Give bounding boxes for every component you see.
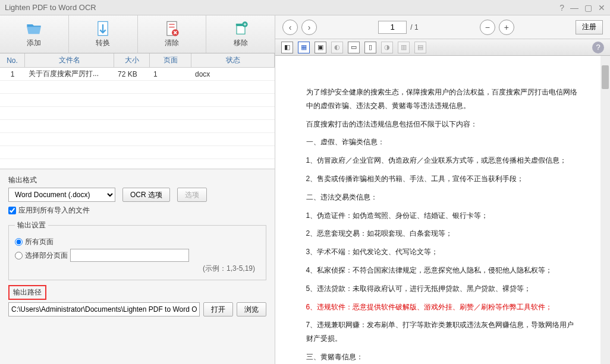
view-toolbar: ◧ ▦ ▣ ◐ ▭ ▯ ◑ ▥ ▤ ?: [275, 39, 610, 56]
doc-line: 二、违法交易类信息：: [306, 191, 580, 204]
cell-no: 1: [0, 70, 25, 78]
next-page-button[interactable]: ›: [301, 20, 317, 35]
clear-label: 清除: [165, 38, 179, 48]
view-mode-4-icon[interactable]: ◐: [331, 42, 343, 53]
help-circle-icon[interactable]: ?: [592, 42, 604, 53]
table-row: [0, 94, 275, 107]
cell-status: docx: [191, 70, 275, 78]
partial-pages-input[interactable]: [70, 249, 189, 262]
view-mode-5-icon[interactable]: ▭: [348, 42, 360, 53]
preview-area[interactable]: 为了维护安全健康的搜索生态，保障搜索用户的合法权益，百度搜索严厉打击电信网络中的…: [275, 56, 610, 364]
doc-line: 2、恶意套现交易：如花呗套现、白条套现等；: [306, 227, 580, 240]
apply-all-checkbox[interactable]: [8, 207, 16, 214]
output-path-input[interactable]: [8, 302, 200, 316]
clear-button[interactable]: 清除: [138, 15, 207, 53]
document-page: 为了维护安全健康的搜索生态，保障搜索用户的合法权益，百度搜索严厉打击电信网络中的…: [294, 68, 592, 364]
window-title: Lighten PDF to Word OCR: [5, 3, 559, 12]
cell-name: 关于百度搜索严厉打...: [25, 69, 114, 79]
view-mode-1-icon[interactable]: ◧: [281, 42, 293, 53]
output-path-label: 输出路径: [8, 285, 46, 300]
minimize-icon[interactable]: —: [570, 3, 578, 12]
format-select[interactable]: Word Document (.docx): [8, 188, 115, 202]
add-label: 添加: [27, 38, 41, 48]
browse-button[interactable]: 浏览: [237, 302, 266, 316]
zoom-out-button[interactable]: −: [480, 20, 495, 35]
table-header: No. 文件名 大小 页面 状态: [0, 53, 275, 68]
doc-line: 1、仿冒政府／企业官网、伪造政府／企业联系方式等，或恶意传播相关虚假信息；: [306, 154, 580, 167]
help-icon[interactable]: ?: [559, 3, 564, 12]
view-mode-6-icon[interactable]: ▯: [364, 42, 376, 53]
partial-pages-label: 选择部分页面: [25, 251, 68, 261]
close-icon[interactable]: ✕: [598, 3, 605, 12]
th-no[interactable]: No.: [0, 53, 25, 67]
output-settings-group: 输出设置 所有页面 选择部分页面 (示例：1,3-5,19): [8, 220, 266, 280]
convert-button[interactable]: 转换: [69, 15, 138, 53]
titlebar: Lighten PDF to Word OCR ? — ▢ ✕: [0, 0, 610, 15]
table-row: [0, 107, 275, 120]
file-convert-icon: [95, 20, 111, 37]
doc-line: 一、虚假、诈骗类信息：: [306, 135, 580, 149]
trash-icon: [232, 20, 249, 37]
view-mode-9-icon[interactable]: ▤: [414, 42, 426, 53]
ocr-options-button[interactable]: OCR 选项: [122, 188, 170, 202]
right-panel: ‹ › / 1 − + 注册 ◧ ▦ ▣ ◐ ▭ ▯ ◑ ▥ ▤ ?: [275, 15, 610, 364]
all-pages-label: 所有页面: [25, 237, 54, 247]
settings-area: 输出格式 Word Document (.docx) OCR 选项 选项 应用到…: [0, 169, 275, 364]
th-page[interactable]: 页面: [150, 53, 191, 67]
view-mode-8-icon[interactable]: ▥: [398, 42, 410, 53]
cell-size: 72 KB: [114, 70, 150, 78]
vertical-scrollbar[interactable]: [600, 56, 610, 364]
maximize-icon[interactable]: ▢: [584, 3, 592, 12]
convert-label: 转换: [96, 38, 110, 48]
doc-line: 7、违规兼职网赚：发布刷单、打字等欺诈类兼职或违法灰色网赚信息，导致网络用户财产…: [306, 318, 580, 346]
preview-toolbar: ‹ › / 1 − + 注册: [275, 15, 610, 39]
register-button[interactable]: 注册: [576, 20, 603, 34]
doc-line: 4、私家侦探：不符合国家法律规定，恶意探究他人隐私，侵犯他人隐私权等；: [306, 264, 580, 277]
main-toolbar: 添加 转换 清除 移除: [0, 15, 275, 53]
th-status[interactable]: 状态: [191, 53, 275, 67]
doc-line: 5、违法贷款：未取得政府认可，进行无抵押贷款、黑户贷款、裸贷等；: [306, 282, 580, 296]
apply-all-label: 应用到所有导入的文件: [18, 205, 90, 216]
prev-page-button[interactable]: ‹: [282, 20, 298, 35]
scrollbar-thumb[interactable]: [602, 65, 609, 89]
table-row: [0, 146, 275, 159]
file-clear-icon: [163, 20, 180, 37]
table-row: [0, 81, 275, 94]
output-settings-label: 输出设置: [15, 220, 48, 230]
view-mode-3-icon[interactable]: ▣: [315, 42, 326, 53]
doc-line: 1、伪造证件：如伪造驾照、身份证、结婚证、银行卡等；: [306, 209, 580, 223]
folder-open-icon: [26, 20, 42, 37]
table-body: 1 关于百度搜索严厉打... 72 KB 1 docx: [0, 68, 275, 169]
remove-button[interactable]: 移除: [206, 15, 275, 53]
left-panel: 添加 转换 清除 移除 No. 文件名 大小 页面 状态 1: [0, 15, 275, 364]
doc-line-highlight: 6、违规软件：恶意提供软件破解版、游戏外挂、刷赞／刷粉等作弊工具软件；: [306, 300, 580, 314]
doc-line: 为了维护安全健康的搜索生态，保障搜索用户的合法权益，百度搜索严厉打击电信网络中的…: [306, 86, 580, 113]
doc-line: 2、售卖或传播诈骗相关的书籍、手法、工具，宣传不正当获利手段；: [306, 172, 580, 186]
remove-label: 移除: [234, 38, 248, 48]
open-button[interactable]: 打开: [203, 302, 233, 316]
format-group-label: 输出格式: [8, 175, 266, 185]
pages-example: (示例：1,3-5,19): [15, 264, 260, 274]
table-row: [0, 133, 275, 146]
page-number-input[interactable]: [378, 21, 407, 34]
view-mode-2-icon[interactable]: ▦: [298, 42, 310, 53]
all-pages-radio[interactable]: [15, 238, 23, 246]
svg-rect-5: [237, 26, 245, 34]
table-row[interactable]: 1 关于百度搜索严厉打... 72 KB 1 docx: [0, 68, 275, 81]
cell-page: 1: [150, 70, 191, 78]
th-name[interactable]: 文件名: [25, 53, 114, 67]
page-total-label: / 1: [410, 23, 418, 31]
th-size[interactable]: 大小: [114, 53, 150, 67]
table-row: [0, 120, 275, 133]
doc-line: 三、黄赌毒信息：: [306, 350, 580, 364]
options-button[interactable]: 选项: [177, 188, 207, 202]
view-mode-7-icon[interactable]: ◑: [381, 42, 393, 53]
zoom-in-button[interactable]: +: [499, 20, 514, 35]
partial-pages-radio[interactable]: [15, 252, 23, 259]
doc-line: 百度搜索打击的违法违规信息包括但不限于以下内容：: [306, 118, 580, 131]
doc-line: 3、学术不端：如代发论文、代写论文等；: [306, 245, 580, 259]
add-button[interactable]: 添加: [0, 15, 69, 53]
